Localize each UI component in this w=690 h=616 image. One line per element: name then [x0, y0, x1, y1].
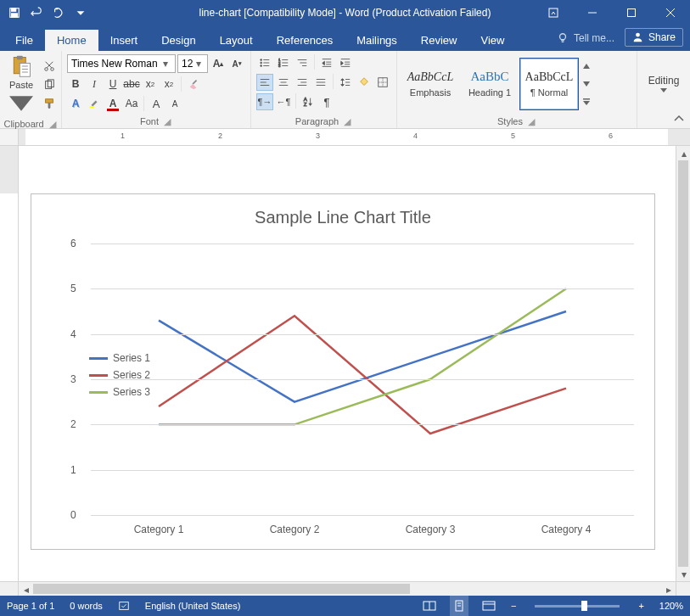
svg-text:Z: Z	[304, 101, 307, 107]
zoom-slider-knob[interactable]	[581, 601, 587, 611]
tab-design[interactable]: Design	[149, 30, 207, 51]
horizontal-ruler[interactable]: 123456	[0, 129, 690, 146]
zoom-level[interactable]: 120%	[658, 596, 685, 616]
numbering-button[interactable]: 123	[275, 54, 292, 71]
tab-mailings[interactable]: Mailings	[345, 30, 409, 51]
scroll-up-button[interactable]: ▴	[676, 146, 690, 160]
svg-point-16	[45, 68, 48, 71]
status-bar: Page 1 of 1 0 words English (United Stat…	[0, 596, 690, 616]
style-normal[interactable]: AaBbCcL ¶ Normal	[519, 58, 579, 110]
style-heading1[interactable]: AaBbC Heading 1	[460, 58, 519, 110]
sort-button[interactable]: AZ	[300, 93, 317, 110]
bold-button[interactable]: B	[67, 76, 84, 92]
zoom-out-button[interactable]: −	[509, 596, 518, 616]
ribbon-display-options-icon[interactable]	[534, 0, 573, 25]
collapse-ribbon-button[interactable]	[671, 113, 687, 125]
editing-button[interactable]: Editing	[641, 53, 687, 115]
maximize-button[interactable]	[612, 0, 651, 25]
tell-me-search[interactable]: Tell me...	[548, 32, 623, 44]
show-marks-button[interactable]: ¶	[318, 93, 335, 110]
styles-more-button[interactable]	[581, 93, 592, 110]
scroll-right-button[interactable]: ▸	[661, 582, 676, 596]
zoom-slider[interactable]	[535, 605, 620, 608]
page-number-status[interactable]: Page 1 of 1	[5, 596, 56, 616]
decrease-indent-button[interactable]	[318, 54, 335, 71]
underline-button[interactable]: U	[104, 76, 121, 92]
minimize-button[interactable]	[573, 0, 612, 25]
svg-rect-67	[120, 602, 129, 610]
redo-icon[interactable]	[49, 3, 68, 22]
styles-row-up[interactable]	[581, 58, 592, 75]
subscript-button[interactable]: x2	[142, 76, 159, 92]
tab-view[interactable]: View	[468, 30, 516, 51]
chart-object[interactable]: Sample Line Chart Title Series 1Series 2…	[31, 193, 655, 550]
line-spacing-button[interactable]	[337, 74, 354, 91]
styles-dialog-launcher[interactable]: ◢	[526, 116, 536, 126]
justify-button[interactable]	[312, 74, 329, 91]
print-layout-button[interactable]	[450, 596, 468, 616]
tab-file[interactable]: File	[3, 30, 45, 51]
qa-customize-icon[interactable]	[71, 3, 90, 22]
multilevel-list-button[interactable]	[294, 54, 311, 71]
close-button[interactable]	[651, 0, 690, 25]
scroll-left-button[interactable]: ◂	[19, 582, 33, 596]
borders-button[interactable]	[374, 74, 391, 91]
rtl-direction-button[interactable]: ←¶	[275, 93, 292, 110]
word-count-status[interactable]: 0 words	[68, 596, 104, 616]
vscroll-thumb[interactable]	[678, 160, 688, 567]
horizontal-scrollbar[interactable]: ◂ ▸	[19, 581, 676, 596]
vertical-scrollbar[interactable]: ▴ ▾	[676, 146, 690, 581]
zoom-in-button[interactable]: +	[637, 596, 645, 616]
style-emphasis[interactable]: AaBbCcL Emphasis	[401, 58, 460, 110]
page[interactable]: Sample Line Chart Title Series 1Series 2…	[19, 146, 676, 581]
share-button[interactable]: Share	[625, 28, 683, 47]
language-status[interactable]: English (United States)	[143, 596, 243, 616]
styles-row-down[interactable]	[581, 76, 592, 92]
tab-layout[interactable]: Layout	[208, 30, 265, 51]
hscroll-thumb[interactable]	[33, 584, 410, 594]
superscript-button[interactable]: x2	[160, 76, 177, 92]
align-center-button[interactable]	[275, 74, 292, 91]
highlight-button[interactable]	[86, 95, 103, 112]
align-right-button[interactable]	[294, 74, 311, 91]
italic-button[interactable]: I	[86, 76, 103, 92]
scroll-down-button[interactable]: ▾	[676, 567, 690, 581]
align-left-button[interactable]	[256, 74, 273, 91]
change-case-button[interactable]: Aa	[123, 95, 140, 112]
tab-home[interactable]: Home	[45, 30, 98, 51]
font-dialog-launcher[interactable]: ◢	[162, 116, 172, 126]
tab-review[interactable]: Review	[409, 30, 469, 51]
increase-indent-button[interactable]	[337, 54, 354, 71]
paste-button[interactable]: Paste	[6, 53, 36, 117]
paragraph-dialog-launcher[interactable]: ◢	[342, 116, 352, 126]
font-name-combo[interactable]: Times New Roman▾	[67, 54, 176, 73]
bullets-button[interactable]	[256, 54, 273, 71]
font-color-button[interactable]: A	[104, 95, 121, 112]
grow-font-button[interactable]: A▴	[210, 55, 227, 72]
shading-button[interactable]	[356, 74, 373, 91]
font-size-combo[interactable]: 12▾	[177, 54, 208, 73]
shrink-font-alt-button[interactable]: A	[166, 95, 183, 112]
spellcheck-status[interactable]	[116, 596, 132, 616]
grow-font-alt-button[interactable]: A	[148, 95, 165, 112]
save-icon[interactable]	[5, 3, 24, 22]
copy-button[interactable]	[41, 76, 58, 93]
clipboard-dialog-launcher[interactable]: ◢	[48, 119, 58, 129]
chevron-down-icon	[660, 88, 667, 92]
ltr-direction-button[interactable]: ¶→	[256, 93, 273, 110]
undo-icon[interactable]	[27, 3, 46, 22]
read-mode-button[interactable]	[421, 596, 438, 616]
shrink-font-button[interactable]: A▾	[228, 55, 245, 72]
format-painter-button[interactable]	[41, 95, 58, 112]
strikethrough-button[interactable]: abc	[123, 76, 140, 92]
document-area: Sample Line Chart Title Series 1Series 2…	[0, 146, 690, 581]
tab-references[interactable]: References	[265, 30, 345, 51]
tab-insert[interactable]: Insert	[98, 30, 150, 51]
vertical-ruler[interactable]	[0, 146, 19, 581]
clear-formatting-button[interactable]	[185, 76, 202, 92]
cut-button[interactable]	[41, 58, 58, 75]
web-layout-button[interactable]	[480, 596, 497, 616]
svg-rect-1	[12, 8, 16, 12]
text-effects-button[interactable]: A	[67, 95, 84, 112]
svg-point-26	[261, 65, 262, 67]
